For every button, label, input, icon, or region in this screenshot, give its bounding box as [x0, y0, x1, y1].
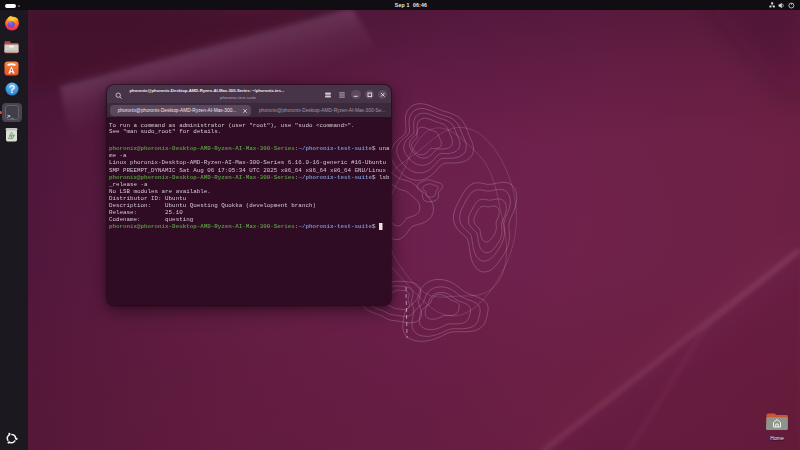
svg-text:?: ? — [8, 83, 14, 95]
